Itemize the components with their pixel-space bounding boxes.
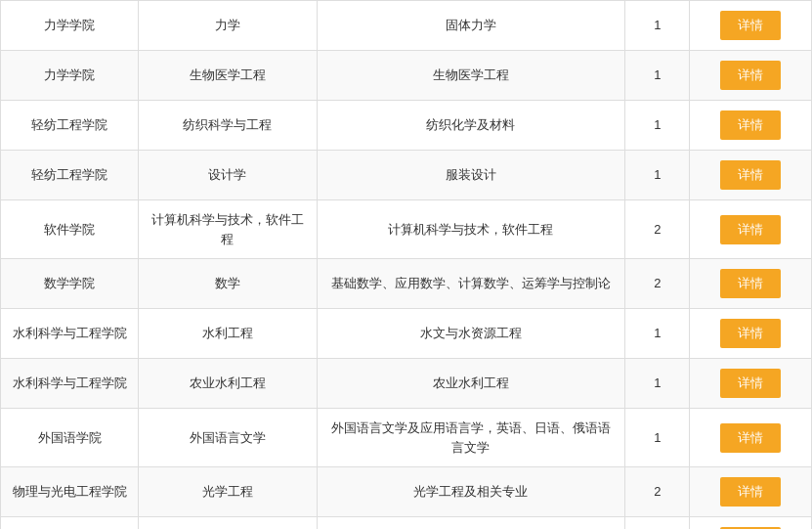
- cell-action: 详情: [690, 517, 812, 530]
- cell-count: 2: [625, 200, 690, 259]
- cell-major: 物理学: [139, 517, 318, 530]
- cell-college: 水利科学与工程学院: [1, 359, 139, 409]
- cell-major: 光学工程: [139, 467, 318, 517]
- table-row: 力学学院生物医学工程生物医学工程1详情: [1, 51, 812, 101]
- detail-button[interactable]: 详情: [720, 110, 781, 140]
- cell-count: 1: [625, 151, 690, 200]
- detail-button[interactable]: 详情: [720, 215, 781, 244]
- cell-count: 1: [625, 101, 690, 151]
- cell-action: 详情: [690, 101, 812, 151]
- cell-major: 水利工程: [139, 309, 318, 359]
- table-container: 力学学院力学固体力学1详情力学学院生物医学工程生物医学工程1详情轻纺工程学院纺织…: [0, 0, 812, 529]
- detail-button[interactable]: 详情: [720, 477, 781, 507]
- table-row: 轻纺工程学院设计学服装设计1详情: [1, 151, 812, 200]
- cell-college: 外国语学院: [1, 409, 139, 467]
- table-row: 物理与光电工程学院物理学理论物理、光学1详情: [1, 517, 812, 530]
- cell-major: 生物医学工程: [139, 51, 318, 101]
- cell-direction: 外国语言文学及应用语言学，英语、日语、俄语语言文学: [317, 409, 624, 467]
- cell-college: 轻纺工程学院: [1, 151, 139, 200]
- cell-college: 物理与光电工程学院: [1, 467, 139, 517]
- table-row: 外国语学院外国语言文学外国语言文学及应用语言学，英语、日语、俄语语言文学1详情: [1, 409, 812, 467]
- cell-count: 1: [625, 409, 690, 467]
- table-row: 力学学院力学固体力学1详情: [1, 1, 812, 51]
- cell-major: 设计学: [139, 151, 318, 200]
- cell-direction: 纺织化学及材料: [317, 101, 624, 151]
- cell-college: 水利科学与工程学院: [1, 309, 139, 359]
- cell-major: 外国语言文学: [139, 409, 318, 467]
- cell-direction: 计算机科学与技术，软件工程: [317, 200, 624, 259]
- cell-direction: 光学工程及相关专业: [317, 467, 624, 517]
- detail-button[interactable]: 详情: [720, 319, 781, 348]
- detail-button[interactable]: 详情: [720, 11, 781, 40]
- cell-major: 力学: [139, 1, 318, 51]
- cell-count: 1: [625, 309, 690, 359]
- detail-button[interactable]: 详情: [720, 61, 781, 90]
- detail-button[interactable]: 详情: [720, 369, 781, 398]
- cell-action: 详情: [690, 200, 812, 259]
- cell-direction: 服装设计: [317, 151, 624, 200]
- cell-action: 详情: [690, 359, 812, 409]
- cell-action: 详情: [690, 51, 812, 101]
- cell-action: 详情: [690, 467, 812, 517]
- cell-action: 详情: [690, 1, 812, 51]
- cell-count: 1: [625, 517, 690, 530]
- table-row: 软件学院计算机科学与技术，软件工程计算机科学与技术，软件工程2详情: [1, 200, 812, 259]
- cell-count: 2: [625, 467, 690, 517]
- cell-college: 数学学院: [1, 259, 139, 309]
- cell-major: 农业水利工程: [139, 359, 318, 409]
- table-row: 水利科学与工程学院水利工程水文与水资源工程1详情: [1, 309, 812, 359]
- cell-direction: 生物医学工程: [317, 51, 624, 101]
- cell-count: 1: [625, 359, 690, 409]
- cell-count: 2: [625, 259, 690, 309]
- table-row: 数学学院数学基础数学、应用数学、计算数学、运筹学与控制论2详情: [1, 259, 812, 309]
- cell-count: 1: [625, 51, 690, 101]
- table-row: 物理与光电工程学院光学工程光学工程及相关专业2详情: [1, 467, 812, 517]
- cell-major: 数学: [139, 259, 318, 309]
- cell-direction: 理论物理、光学: [317, 517, 624, 530]
- cell-major: 计算机科学与技术，软件工程: [139, 200, 318, 259]
- cell-action: 详情: [690, 151, 812, 200]
- cell-action: 详情: [690, 309, 812, 359]
- detail-button[interactable]: 详情: [720, 160, 781, 190]
- detail-button[interactable]: 详情: [720, 423, 781, 453]
- cell-direction: 基础数学、应用数学、计算数学、运筹学与控制论: [317, 259, 624, 309]
- cell-direction: 固体力学: [317, 1, 624, 51]
- cell-college: 物理与光电工程学院: [1, 517, 139, 530]
- cell-direction: 水文与水资源工程: [317, 309, 624, 359]
- cell-direction: 农业水利工程: [317, 359, 624, 409]
- cell-college: 力学学院: [1, 1, 139, 51]
- cell-action: 详情: [690, 259, 812, 309]
- cell-college: 轻纺工程学院: [1, 101, 139, 151]
- table-row: 水利科学与工程学院农业水利工程农业水利工程1详情: [1, 359, 812, 409]
- cell-action: 详情: [690, 409, 812, 467]
- cell-count: 1: [625, 1, 690, 51]
- table-row: 轻纺工程学院纺织科学与工程纺织化学及材料1详情: [1, 101, 812, 151]
- cell-college: 软件学院: [1, 200, 139, 259]
- detail-button[interactable]: 详情: [720, 269, 781, 298]
- cell-college: 力学学院: [1, 51, 139, 101]
- data-table: 力学学院力学固体力学1详情力学学院生物医学工程生物医学工程1详情轻纺工程学院纺织…: [0, 0, 812, 529]
- cell-major: 纺织科学与工程: [139, 101, 318, 151]
